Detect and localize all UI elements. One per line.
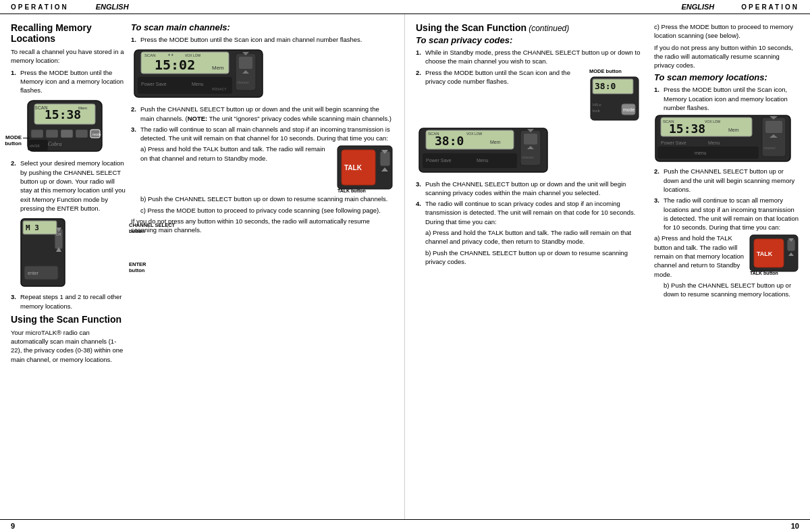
scan-intro: Your microTALK® radio can automatically … (11, 328, 126, 364)
svg-text:H/Lo: H/Lo (593, 103, 601, 107)
svg-text:SCAN: SCAN (34, 105, 47, 110)
enter-callout: ENTER button (129, 261, 163, 273)
mem-step3-text: The radio will continue to scan all memo… (664, 196, 799, 232)
mem-substep-a-container: a) Press and hold the TALK button and ta… (654, 234, 799, 278)
svg-text:channel: channel (237, 80, 249, 84)
scan-substep-a-container: a) Press and hold the TALK button and ta… (140, 144, 394, 192)
svg-text:VOX LOW: VOX LOW (466, 132, 483, 136)
scan-section-title: Using the Scan Function (11, 314, 126, 325)
privacy-step1-text: While in Standby mode, press the CHANNEL… (425, 48, 643, 66)
right-page-left-col: Using the Scan Function (continued) To s… (416, 22, 649, 511)
substep-a-label: a) Press and hold the TALK button and ta… (140, 145, 325, 161)
svg-text:Mem: Mem (78, 106, 87, 110)
privacy-step3-text: Push the CHANNEL SELECT button up or dow… (425, 180, 643, 198)
mem-substep-a-text: a) Press and hold the TALK button and ta… (654, 234, 746, 278)
svg-text:Cobra: Cobra (48, 141, 61, 147)
svg-text:TALK: TALK (344, 164, 362, 171)
left-col: Recalling Memory Locations To recall a c… (11, 22, 126, 511)
svg-rect-60 (524, 134, 537, 144)
mem-step3: 3. The radio will continue to scan all m… (654, 196, 799, 232)
privacy-substep-a: a) Press and hold the TALK button and ta… (425, 228, 643, 246)
svg-text:38:0: 38:0 (595, 81, 616, 91)
scan-radio-image: SCAN VOX LOW 15:02 Mem ♦ ♦ channel Power… (131, 47, 394, 102)
svg-text:M 3: M 3 (26, 223, 39, 232)
radio-svg-mode: 15:38 SCAN Mem mode Cobra (24, 97, 105, 155)
talk-button-image-left: TALK TALK button (336, 144, 394, 192)
privacy-step4-num: 4. (416, 199, 425, 226)
header-left: OPERATION ENGLISH (11, 3, 129, 11)
talk-button-label-right: TALK button (750, 271, 778, 275)
step2-label: 2. Select your desired memory location b… (11, 159, 126, 213)
svg-rect-5 (31, 130, 43, 138)
svg-text:15:38: 15:38 (669, 122, 705, 136)
scan-step2-num: 2. (131, 105, 140, 123)
step3-text: Repeat steps 1 and 2 to recall other mem… (20, 292, 126, 311)
scan-step1: 1. Press the MODE button until the Scan … (131, 35, 394, 44)
mode-arrow (23, 138, 30, 138)
privacy-step4-text: The radio will continue to scan privacy … (425, 199, 643, 226)
svg-text:♦ ♦: ♦ ♦ (168, 53, 173, 57)
mem-step2: 2. Push the CHANNEL SELECT button up or … (654, 167, 799, 194)
right-section-title-row: Using the Scan Function (continued) (416, 22, 643, 33)
mode-button-image: MODE button mode 38:0 H/Lo lock (589, 68, 643, 123)
talk-button-image-right: TALK TALK button (749, 234, 799, 274)
footer: 9 10 (0, 519, 810, 532)
header-english-right: ENGLISH (681, 3, 714, 11)
left-page: Recalling Memory Locations To recall a c… (0, 14, 405, 519)
left-page-number: 9 (11, 522, 15, 530)
privacy-scan-svg: SCAN VOX LOW 38:0 Mem channel Power Save… (416, 125, 551, 176)
right-section-continued: (continued) (529, 24, 569, 33)
scan-step3-num: 3. (131, 125, 140, 143)
svg-text:TALK: TALK (757, 250, 773, 257)
svg-text:Mem: Mem (490, 140, 501, 144)
channel-select-callout: CHANNEL SELECT button (129, 222, 176, 234)
talk-button-label-left: TALK button (338, 188, 366, 193)
step2-text-start: Select your desired memory location by p… (20, 159, 126, 213)
mem-step1: 1. Press the MODE button until the Scan … (654, 85, 799, 112)
mem-step1-text: Press the MODE button until the Scan ico… (664, 85, 799, 112)
header-operation-left: OPERATION (11, 3, 69, 11)
svg-text:menu: menu (695, 151, 707, 155)
privacy-step3-num: 3. (416, 180, 425, 198)
step1-recalling: 1. Press the MODE button until the Memor… (11, 68, 126, 95)
step1-num: 1. (11, 68, 20, 95)
main-content: Recalling Memory Locations To recall a c… (0, 14, 810, 519)
svg-text:channel: channel (763, 146, 776, 150)
right-section-title: Using the Scan Function (416, 22, 526, 33)
channel-select-svg: CH enter M 3 (18, 215, 68, 290)
svg-rect-7 (61, 130, 73, 138)
mem-step3-num: 3. (654, 196, 664, 232)
privacy-step2: 2. Press the MODE button until the Scan … (416, 68, 585, 86)
right-page-right-col: c) Press the MODE button to proceed to m… (654, 22, 799, 511)
recalling-section-title: Recalling Memory Locations (11, 22, 126, 44)
right-step-c: c) Press the MODE button to proceed to m… (654, 22, 799, 41)
scan-step3-text: The radio will continue to scan all main… (140, 125, 394, 143)
header-operation-right: OPERATION (741, 3, 799, 11)
step1-text: Press the MODE button until the Memory i… (20, 68, 126, 95)
header-english-left: ENGLISH (96, 3, 129, 11)
svg-text:lock: lock (593, 109, 601, 113)
svg-text:Menu: Menu (708, 140, 720, 145)
svg-text:VOX LOW: VOX LOW (705, 119, 721, 124)
mem-substep-b: b) Push the CHANNEL SELECT button up or … (664, 281, 799, 299)
svg-text:Power Save: Power Save (426, 158, 452, 163)
privacy-step2-container: 2. Press the MODE button until the Scan … (416, 68, 643, 123)
talk-svg: TALK (336, 144, 394, 190)
header-right: ENGLISH OPERATION (681, 3, 799, 11)
right-col: To scan main channels: 1. Press the MODE… (131, 22, 394, 511)
privacy-step2-text: 2. Press the MODE button until the Scan … (416, 68, 585, 123)
memory-scan-svg: SCAN VOX LOW 15:38 Mem Power Save Menu c… (654, 114, 792, 163)
scan-step1-num: 1. (131, 35, 140, 44)
privacy-scan-title: To scan privacy codes: (416, 35, 643, 45)
svg-text:Power Save: Power Save (661, 140, 686, 145)
scan-step2: 2. Push the CHANNEL SELECT button up or … (131, 105, 394, 123)
channel-select-image: CH enter M 3 CHANNEL SELECT button ENTER… (18, 215, 126, 290)
scan-step1-text: Press the MODE button until the Scan ico… (140, 35, 394, 44)
svg-text:38:0: 38:0 (435, 134, 464, 148)
svg-rect-8 (76, 130, 88, 138)
step2-num: 2. (11, 159, 20, 213)
svg-text:15:02: 15:02 (155, 57, 195, 73)
header: OPERATION ENGLISH ENGLISH OPERATION (0, 0, 810, 14)
privacy-substep-b: b) Push the CHANNEL SELECT button up or … (425, 248, 643, 267)
svg-text:channel: channel (522, 155, 534, 159)
